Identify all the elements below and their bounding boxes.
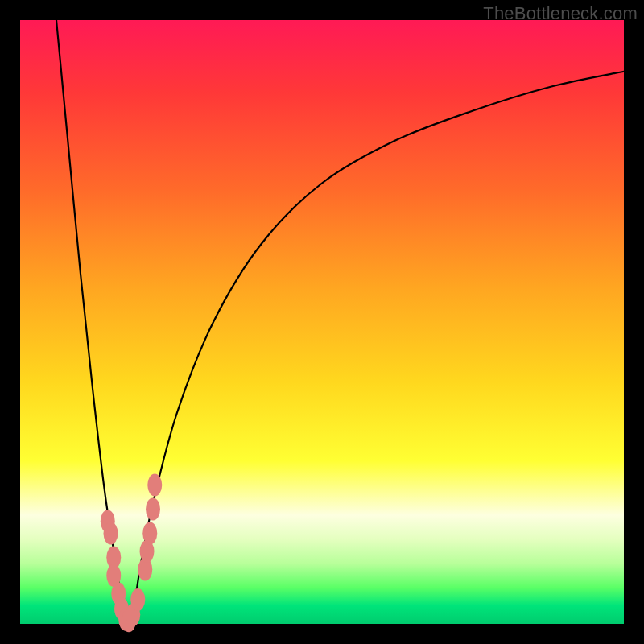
data-marker [130, 588, 145, 611]
right-branch-curve [128, 72, 625, 624]
data-marker [146, 498, 160, 521]
data-marker [147, 474, 162, 497]
attribution-watermark: TheBottleneck.com [483, 3, 638, 24]
data-marker [104, 522, 118, 545]
marker-cluster [101, 474, 163, 633]
chart-svg [20, 20, 624, 624]
curve-layer [56, 20, 624, 624]
data-marker [142, 522, 157, 545]
chart-frame: TheBottleneck.com [0, 0, 644, 644]
